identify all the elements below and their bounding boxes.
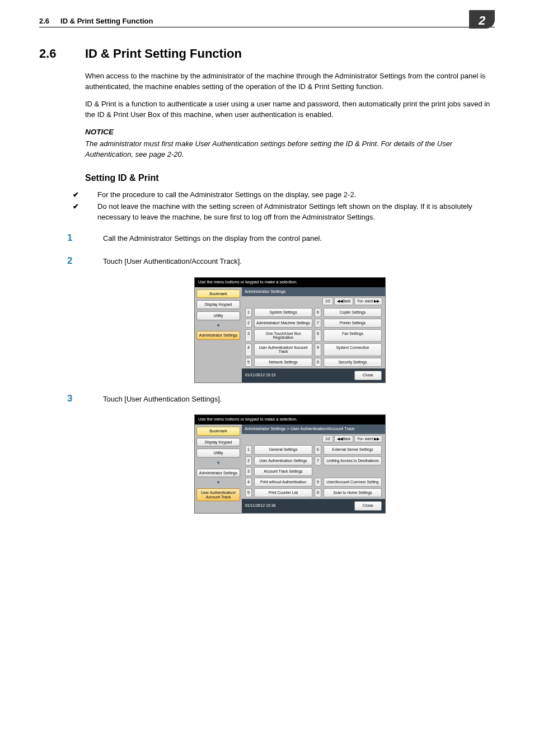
menu-number: 0 xyxy=(315,488,321,497)
step-1: 1Call the Administrator Settings on the … xyxy=(85,231,495,245)
close-button[interactable]: Close xyxy=(354,371,382,380)
menu-number: 0 xyxy=(315,358,321,367)
step-number: 3 xyxy=(85,392,103,406)
step-text: Touch [User Authentication Settings]. xyxy=(103,395,222,403)
menu-account-track-settings[interactable]: Account Track Settings xyxy=(254,467,312,476)
notice-label: NOTICE xyxy=(85,127,495,138)
chevron-down-icon: ▼ xyxy=(196,323,240,329)
menu-external-server[interactable]: External Server Settings xyxy=(324,445,382,454)
menu-number: 6 xyxy=(315,445,321,454)
running-header: 2.6 ID & Print Setting Function xyxy=(39,17,495,27)
step-number: 2 xyxy=(85,254,103,268)
menu-system-settings[interactable]: System Settings xyxy=(254,308,312,317)
menu-number: 1 xyxy=(245,308,252,317)
screen-timestamp: 01/11/2012 15:15 xyxy=(245,372,276,378)
section-heading-no: 2.6 xyxy=(39,46,85,61)
sidebar-user-auth-account[interactable]: User Authentication/ Account Track xyxy=(196,488,240,501)
menu-print-counter-list[interactable]: Print Counter List xyxy=(254,488,312,497)
close-button[interactable]: Close xyxy=(354,501,382,511)
back-button[interactable]: ◀◀Back xyxy=(334,435,353,442)
menu-copier-settings[interactable]: Copier Settings xyxy=(324,308,382,317)
screenshot-admin-settings: Use the menu buttons or keypad to make a… xyxy=(194,277,386,383)
notice-text: The administrator must first make User A… xyxy=(85,139,495,160)
header-section-no: 2.6 xyxy=(39,17,49,25)
menu-limiting-access[interactable]: Limiting Access to Destinations xyxy=(324,456,382,465)
screenshot-user-auth-account: Use the menu buttons or keypad to make a… xyxy=(194,414,386,514)
menu-user-auth-account[interactable]: User Authentication/ Account Track xyxy=(254,343,312,356)
menu-user-account-common[interactable]: User/Account Common Setting xyxy=(324,478,382,487)
check-icon: ✔ xyxy=(85,190,97,200)
check-text: Do not leave the machine with the settin… xyxy=(97,202,472,221)
forward-button[interactable]: For- ward ▶▶ xyxy=(354,297,382,305)
check-text: For the procedure to call the Administra… xyxy=(97,190,356,199)
screen-hint: Use the menu buttons or keypad to make a… xyxy=(195,415,385,424)
menu-onetouch-userbox[interactable]: One-Touch/User Box Registration xyxy=(254,329,312,342)
menu-number: 9 xyxy=(315,343,321,356)
menu-general-settings[interactable]: General Settings xyxy=(254,445,312,454)
menu-number: 4 xyxy=(245,478,252,487)
sidebar-display-keypad[interactable]: Display Keypad xyxy=(196,438,240,447)
step-2: 2Touch [User Authentication/Account Trac… xyxy=(85,254,495,268)
sidebar-bookmark-tab[interactable]: Bookmark xyxy=(196,290,240,298)
screen-timestamp: 01/11/2012 15:38 xyxy=(245,503,276,508)
intro-para-1: When access to the machine by the admini… xyxy=(85,71,495,92)
menu-number: 1 xyxy=(245,445,252,454)
menu-number: 5 xyxy=(245,488,252,497)
sidebar-admin-settings[interactable]: Administrator Settings xyxy=(196,331,240,340)
menu-fax-settings[interactable]: Fax Settings xyxy=(324,329,382,342)
menu-user-auth-settings[interactable]: User Authentication Settings xyxy=(254,456,312,465)
screen-title: Administrator Settings xyxy=(242,287,385,297)
menu-print-without-auth[interactable]: Print without Authentication xyxy=(254,478,312,487)
section-heading-text: ID & Print Setting Function xyxy=(85,46,242,60)
header-section-title: ID & Print Setting Function xyxy=(60,17,153,25)
menu-system-connection[interactable]: System Connection xyxy=(324,343,382,356)
chapter-number: 2 xyxy=(479,13,485,28)
chevron-down-icon: ▼ xyxy=(196,460,240,466)
checklist-item: ✔Do not leave the machine with the setti… xyxy=(85,202,495,223)
page-indicator: 1/2 xyxy=(322,435,333,442)
menu-number: 5 xyxy=(245,358,252,367)
step-number: 1 xyxy=(85,231,103,245)
menu-number: 7 xyxy=(315,319,321,328)
menu-number: 6 xyxy=(315,308,321,317)
step-text: Touch [User Authentication/Account Track… xyxy=(103,257,242,265)
menu-number: 4 xyxy=(245,343,252,356)
chevron-down-icon: ▼ xyxy=(196,479,240,486)
subsection-heading: Setting ID & Print xyxy=(85,171,495,184)
intro-para-2: ID & Print is a function to authenticate… xyxy=(85,99,495,120)
chapter-badge: 2 xyxy=(469,10,495,29)
forward-button[interactable]: For- ward ▶▶ xyxy=(354,435,382,442)
screen-title: Administrator Settings > User Authentica… xyxy=(242,424,385,434)
menu-number: 2 xyxy=(245,319,252,328)
sidebar-display-keypad[interactable]: Display Keypad xyxy=(196,300,240,309)
menu-number: 9 xyxy=(315,478,321,487)
sidebar-utility[interactable]: Utility xyxy=(196,449,240,458)
menu-admin-machine[interactable]: Administrator/ Machine Settings xyxy=(254,319,312,328)
step-3: 3Touch [User Authentication Settings]. xyxy=(85,392,495,406)
menu-number: 8 xyxy=(315,329,321,342)
menu-number: 2 xyxy=(245,456,252,465)
menu-printer-settings[interactable]: Printer Settings xyxy=(324,319,382,328)
menu-number: 3 xyxy=(245,467,252,476)
page-indicator: 1/2 xyxy=(322,297,333,305)
menu-number: 7 xyxy=(315,456,321,465)
sidebar-admin-settings[interactable]: Administrator Settings xyxy=(196,469,240,478)
back-button[interactable]: ◀◀Back xyxy=(334,297,353,305)
step-text: Call the Administrator Settings on the d… xyxy=(103,234,322,242)
check-icon: ✔ xyxy=(85,202,97,212)
menu-number: 3 xyxy=(245,329,252,342)
sidebar-bookmark-tab[interactable]: Bookmark xyxy=(196,427,240,436)
menu-security-settings[interactable]: Security Settings xyxy=(324,358,382,367)
checklist-item: ✔For the procedure to call the Administr… xyxy=(85,190,495,200)
screen-hint: Use the menu buttons or keypad to make a… xyxy=(195,278,385,287)
menu-network-settings[interactable]: Network Settings xyxy=(254,358,312,367)
section-heading: 2.6ID & Print Setting Function xyxy=(39,46,495,61)
sidebar-utility[interactable]: Utility xyxy=(196,311,240,320)
menu-scan-to-home[interactable]: Scan to Home Settings xyxy=(324,488,382,497)
